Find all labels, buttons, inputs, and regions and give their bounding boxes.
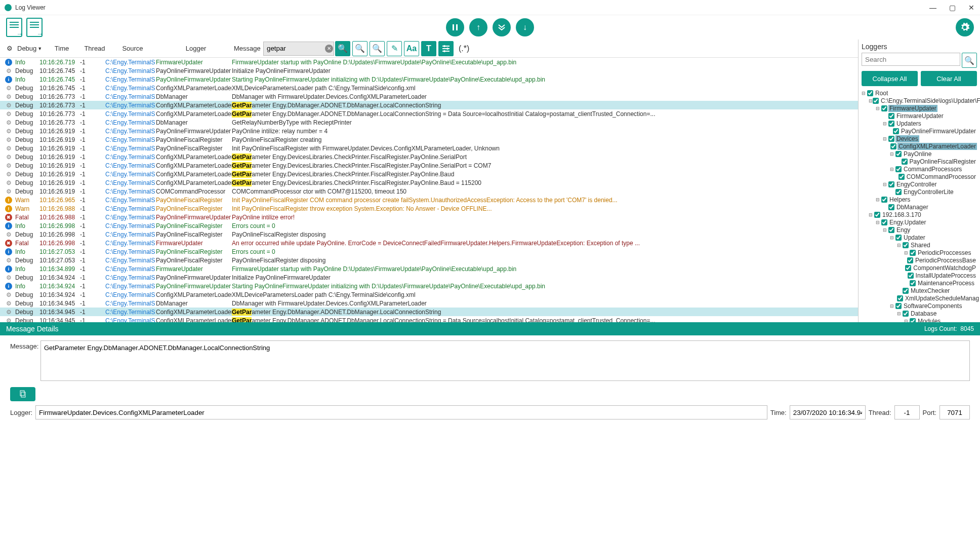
filter-options-button[interactable] (438, 41, 454, 56)
tree-node[interactable]: COMCommandProcessor (862, 173, 977, 180)
log-row[interactable]: iInfo10:16:27.053-1C:\Engy.TerminalSPayO… (0, 247, 858, 256)
tree-checkbox[interactable] (881, 219, 887, 225)
log-row[interactable]: ⚙Debug10:16:26.745-1C:\Engy.TerminalSPay… (0, 66, 858, 75)
tree-node[interactable]: PayOnlineFiscalRegister (862, 158, 977, 165)
tree-toggle[interactable]: ⊟ (883, 182, 888, 187)
tree-checkbox[interactable] (910, 280, 916, 286)
tree-node[interactable]: FirmwareUpdater (862, 112, 977, 120)
tree-checkbox[interactable] (902, 159, 908, 165)
tree-checkbox[interactable] (873, 98, 879, 104)
tree-toggle[interactable]: ⊟ (890, 303, 895, 309)
log-row[interactable]: ⚙Debug10:16:34.945-1C:\Engy.TerminalSCon… (0, 316, 858, 322)
tree-checkbox[interactable] (888, 227, 894, 233)
tree-node[interactable]: ⊟Helpers (862, 196, 977, 203)
tree-node[interactable]: ⊟PeriodicProccesses (862, 249, 977, 256)
minimize-button[interactable]: — (928, 3, 937, 12)
tree-node[interactable]: ⊟Devices (862, 135, 977, 142)
tree-toggle[interactable]: ⊟ (890, 167, 895, 172)
tree-toggle[interactable]: ⊟ (862, 91, 867, 96)
tree-checkbox[interactable] (881, 105, 887, 111)
search-next-button[interactable]: 🔍 (370, 41, 385, 56)
tree-checkbox[interactable] (905, 265, 911, 271)
tree-toggle[interactable]: ⊟ (904, 250, 910, 255)
tree-node[interactable]: ⊟C:\Engy.TerminalSide\logs\Updater\Firmw… (862, 97, 977, 104)
log-row[interactable]: ✖Fatal10:16:26.988-1C:\Engy.TerminalSPay… (0, 213, 858, 221)
tree-node[interactable]: EngyControllerLite (862, 188, 977, 196)
log-row[interactable]: ⚙Debug10:16:26.773-1C:\Engy.TerminalSDbM… (0, 118, 858, 127)
tree-node[interactable]: MaintenanceProcess (862, 279, 977, 287)
tree-checkbox[interactable] (890, 143, 896, 149)
tree-checkbox[interactable] (908, 273, 914, 279)
tree-toggle[interactable]: ⊟ (869, 98, 873, 103)
tree-toggle[interactable]: ⊟ (890, 151, 895, 157)
log-row[interactable]: ⚙Debug10:16:26.919-1C:\Engy.TerminalSPay… (0, 127, 858, 135)
tree-node[interactable]: ComponentWatchdogP (862, 264, 977, 272)
tree-checkbox[interactable] (867, 90, 873, 96)
log-row[interactable]: ⚙Debug10:16:26.919-1C:\Engy.TerminalSCOM… (0, 187, 858, 196)
tree-node[interactable]: ⊟FirmwareUpdater (862, 104, 977, 112)
port-detail-field[interactable] (940, 405, 970, 419)
loggers-tree[interactable]: ⊟Root⊟C:\Engy.TerminalSide\logs\Updater\… (862, 89, 977, 322)
log-row[interactable]: ⚙Debug10:16:34.945-1C:\Engy.TerminalSDbM… (0, 299, 858, 308)
log-row[interactable]: !Warn10:16:26.988-1C:\Engy.TerminalSPayO… (0, 204, 858, 213)
whole-word-button[interactable]: T (421, 41, 436, 56)
tree-checkbox[interactable] (903, 288, 909, 294)
tree-toggle[interactable]: ⊟ (876, 197, 881, 202)
log-row[interactable]: ✖Fatal10:16:26.998-1C:\Engy.TerminalSFir… (0, 239, 858, 247)
tree-toggle[interactable]: ⊟ (883, 136, 888, 141)
log-rows[interactable]: iInfo10:16:26.719-1C:\Engy.TerminalSFirm… (0, 58, 858, 322)
clear-search-button[interactable]: ✕ (325, 45, 333, 53)
log-row[interactable]: iInfo10:16:26.998-1C:\Engy.TerminalSPayO… (0, 221, 858, 230)
log-row[interactable]: ⚙Debug10:16:26.773-1C:\Engy.TerminalSDbM… (0, 92, 858, 101)
tree-node[interactable]: MutexChecker (862, 287, 977, 294)
tree-node[interactable]: ⊟EngyController (862, 180, 977, 188)
tree-node[interactable]: DbManager (862, 203, 977, 211)
case-sensitive-button[interactable]: Aa (404, 41, 419, 56)
clear-all-button[interactable]: Clear All (921, 71, 977, 86)
tree-toggle[interactable]: ⊟ (883, 121, 888, 126)
tree-node[interactable]: PayOnlineFirmwareUpdater (862, 127, 977, 135)
log-row[interactable]: iInfo10:16:34.899-1C:\Engy.TerminalSFirm… (0, 264, 858, 273)
tree-checkbox[interactable] (895, 235, 902, 241)
tree-checkbox[interactable] (888, 113, 894, 119)
log-row[interactable]: iInfo10:16:26.745-1C:\Engy.TerminalSPayO… (0, 75, 858, 84)
tree-node[interactable]: InstallUpdateProccess (862, 272, 977, 279)
tree-checkbox[interactable] (888, 136, 894, 142)
tree-node[interactable]: ⊟CommandProcessors (862, 165, 977, 173)
log-row[interactable]: iInfo10:16:34.924-1C:\Engy.TerminalSPayO… (0, 282, 858, 290)
tree-checkbox[interactable] (895, 151, 902, 157)
tree-checkbox[interactable] (893, 128, 899, 134)
tree-checkbox[interactable] (895, 303, 902, 309)
tree-node[interactable]: ⊟Database (862, 310, 977, 317)
open-file-button[interactable] (6, 18, 22, 37)
log-row[interactable]: ⚙Debug10:16:26.773-1C:\Engy.TerminalSCon… (0, 101, 858, 109)
pause-button[interactable] (446, 18, 464, 36)
tree-checkbox[interactable] (874, 212, 880, 218)
source-header[interactable]: Source (107, 45, 158, 52)
level-header[interactable]: Debug ▼ (17, 45, 42, 52)
log-row[interactable]: ⚙Debug10:16:26.745-1C:\Engy.TerminalSCon… (0, 84, 858, 92)
tree-checkbox[interactable] (888, 181, 894, 187)
loggers-search-input[interactable] (862, 53, 960, 66)
copy-button[interactable] (10, 387, 35, 401)
tree-checkbox[interactable] (907, 257, 913, 263)
log-row[interactable]: ⚙Debug10:16:26.919-1C:\Engy.TerminalSPay… (0, 135, 858, 144)
tree-toggle[interactable]: ⊟ (869, 212, 874, 217)
tree-checkbox[interactable] (895, 189, 902, 195)
tree-toggle[interactable]: ⊟ (890, 235, 895, 240)
tree-toggle[interactable]: ⊟ (883, 227, 888, 233)
highlight-button[interactable]: ✎ (387, 41, 402, 56)
level-icon-header[interactable]: ⚙ (2, 45, 17, 52)
tree-checkbox[interactable] (903, 242, 909, 248)
log-row[interactable]: ⚙Debug10:16:34.924-1C:\Engy.TerminalSCon… (0, 290, 858, 299)
log-row[interactable]: ⚙Debug10:16:27.053-1C:\Engy.TerminalSPay… (0, 256, 858, 264)
tree-node[interactable]: ⊟Engy.Updater (862, 218, 977, 226)
log-row[interactable]: ⚙Debug10:16:26.919-1C:\Engy.TerminalSCon… (0, 178, 858, 187)
search-prev-button[interactable]: 🔍 (352, 41, 368, 56)
tree-checkbox[interactable] (888, 121, 894, 127)
loggers-search-button[interactable]: 🔍 (962, 53, 977, 68)
tree-node[interactable]: ⊟Updaters (862, 120, 977, 127)
maximize-button[interactable]: ▢ (948, 3, 957, 12)
tree-node[interactable]: PeriodicProccessBase (862, 256, 977, 264)
tree-node[interactable]: ⊟Engy (862, 226, 977, 234)
